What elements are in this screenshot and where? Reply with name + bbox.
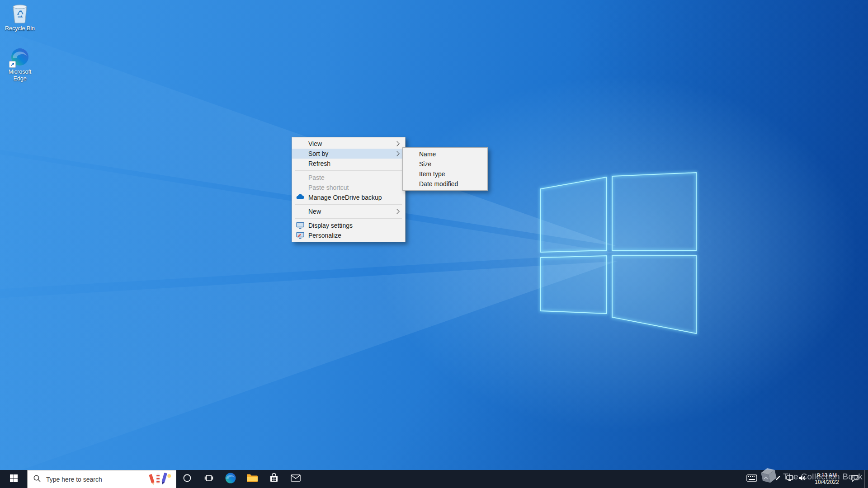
- windows-start-icon: [10, 474, 18, 484]
- menu-item-view[interactable]: View: [292, 139, 405, 149]
- show-desktop-button[interactable]: [864, 470, 868, 488]
- file-explorer-icon: [246, 473, 258, 485]
- task-view-button[interactable]: [198, 470, 220, 488]
- menu-separator: [295, 218, 402, 219]
- clock-date: 10/4/2022: [815, 479, 839, 486]
- microsoft-store-button[interactable]: [263, 470, 285, 488]
- action-center-button[interactable]: [845, 470, 864, 488]
- menu-separator: [295, 170, 402, 171]
- edge-icon: [10, 47, 30, 68]
- menu-item-refresh[interactable]: Refresh: [292, 159, 405, 169]
- mail-icon: [290, 474, 301, 484]
- wallpaper-light-beams: [0, 0, 868, 470]
- menu-item-paste: Paste: [292, 173, 405, 183]
- touch-keyboard-icon: [746, 474, 757, 483]
- taskbar-search-box[interactable]: [27, 470, 176, 488]
- pen-tray-button[interactable]: [772, 470, 784, 488]
- desktop-wallpaper[interactable]: Recycle Bin Microsoft Edge: [0, 0, 868, 470]
- menu-item-sort-by[interactable]: Sort by: [292, 149, 405, 159]
- pen-icon: [775, 475, 781, 483]
- desktop-icon-label: Microsoft Edge: [3, 69, 37, 82]
- search-icon: [33, 474, 41, 484]
- sort-by-submenu: Name Size Item type Date modified: [402, 147, 488, 191]
- volume-icon: [798, 475, 806, 483]
- search-highlights-art[interactable]: [146, 471, 172, 488]
- personalize-icon: [296, 232, 304, 239]
- desktop-context-menu: View Sort by Refresh Paste Paste shortcu…: [292, 137, 406, 242]
- taskbar: 9:13 AM 10/4/2022: [0, 470, 868, 488]
- desktop-icon-label: Recycle Bin: [3, 25, 37, 32]
- volume-tray-button[interactable]: [796, 470, 808, 488]
- edge-icon: [225, 472, 236, 486]
- submenu-chevron-icon: [394, 151, 399, 156]
- shortcut-arrow-icon: [9, 61, 16, 68]
- desktop-icon-recycle-bin[interactable]: Recycle Bin: [3, 4, 37, 32]
- menu-separator: [295, 204, 402, 205]
- menu-item-paste-shortcut: Paste shortcut: [292, 183, 405, 192]
- action-center-icon: [851, 474, 859, 484]
- submenu-chevron-icon: [394, 209, 399, 214]
- windows-logo-wallpaper: [533, 166, 702, 340]
- menu-item-manage-onedrive-backup[interactable]: Manage OneDrive backup: [292, 192, 405, 202]
- touch-keyboard-button[interactable]: [744, 470, 760, 488]
- menu-item-display-settings[interactable]: Display settings: [292, 221, 405, 230]
- network-icon: [786, 475, 793, 483]
- menu-item-personalize[interactable]: Personalize: [292, 230, 405, 240]
- submenu-item-date-modified[interactable]: Date modified: [403, 179, 487, 189]
- task-view-icon: [204, 474, 213, 484]
- submenu-item-size[interactable]: Size: [403, 159, 487, 169]
- store-icon: [269, 473, 279, 485]
- display-settings-icon: [296, 222, 304, 229]
- desktop-icon-microsoft-edge[interactable]: Microsoft Edge: [3, 47, 37, 82]
- file-explorer-button[interactable]: [241, 470, 263, 488]
- onedrive-icon: [296, 194, 304, 201]
- chevron-up-icon: [763, 475, 769, 483]
- taskbar-app-icons: [176, 470, 307, 488]
- edge-taskbar-button[interactable]: [220, 470, 241, 488]
- hidden-icons-button[interactable]: [760, 470, 772, 488]
- network-tray-button[interactable]: [784, 470, 796, 488]
- cortana-button[interactable]: [176, 470, 198, 488]
- system-tray: 9:13 AM 10/4/2022: [744, 470, 868, 488]
- mail-button[interactable]: [285, 470, 307, 488]
- start-button[interactable]: [0, 470, 27, 488]
- submenu-item-item-type[interactable]: Item type: [403, 169, 487, 179]
- search-input[interactable]: [45, 475, 142, 483]
- menu-item-new[interactable]: New: [292, 206, 405, 216]
- submenu-item-name[interactable]: Name: [403, 149, 487, 159]
- submenu-chevron-icon: [394, 141, 399, 146]
- taskbar-clock[interactable]: 9:13 AM 10/4/2022: [808, 470, 845, 488]
- recycle-bin-icon: [10, 4, 30, 24]
- cortana-icon: [183, 474, 192, 484]
- clock-time: 9:13 AM: [817, 472, 837, 479]
